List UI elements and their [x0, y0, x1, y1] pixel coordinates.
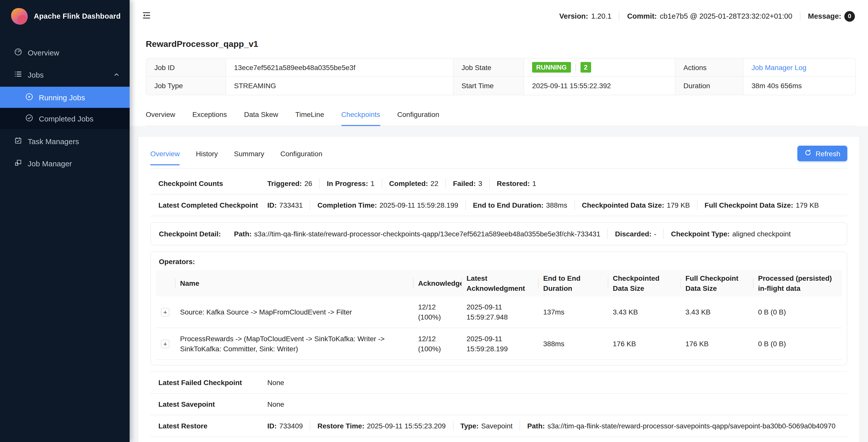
stat-key: Path:	[527, 421, 545, 431]
sidebar-item-job-manager[interactable]: Job Manager	[0, 153, 130, 173]
tab-checkpoints[interactable]: Checkpoints	[341, 110, 380, 126]
checkpoint-detail-label: Checkpoint Detail:	[159, 229, 221, 239]
row-values: None	[267, 399, 284, 409]
tab-data-skew[interactable]: Data Skew	[244, 110, 278, 126]
sidebar-item-jobs[interactable]: Jobs	[0, 65, 130, 85]
table-row-expand-cell: +	[156, 328, 175, 360]
checkpoint-detail-box: Checkpoint Detail: Path:s3a://tim-qa-fli…	[150, 222, 847, 245]
job-manager-log-link[interactable]: Job Manager Log	[751, 63, 806, 71]
sync-icon	[804, 149, 811, 158]
sidebar-item-label: Completed Jobs	[39, 114, 94, 123]
sidebar-item-label: Jobs	[28, 70, 43, 79]
stat-key: Restore Time:	[317, 421, 364, 431]
latest-failed-checkpoint-row: Latest Failed Checkpoint None	[150, 371, 847, 393]
check-circle-icon	[25, 114, 33, 123]
sidebar-item-label: Overview	[28, 48, 59, 57]
sidebar-header: Apache Flink Dashboard	[0, 0, 130, 32]
build-info: Version: 1.20.1 Commit: cb1e7b5 @ 2025-0…	[552, 11, 856, 22]
stat-value: 733409	[279, 421, 303, 431]
detail-values: Path:s3a://tim-qa-flink-state/reward-pro…	[234, 229, 798, 239]
job-state-badge: RUNNING	[532, 62, 571, 73]
tab-configuration[interactable]: Configuration	[397, 110, 439, 126]
stat-value: 26	[304, 178, 312, 189]
stat-key: Path:	[234, 229, 252, 239]
row-values: ID:733431 Completion Time:2025-09-11 15:…	[267, 200, 826, 210]
stat-e2e-duration: End to End Duration:388ms	[465, 200, 574, 210]
stat-key: Triggered:	[267, 178, 302, 189]
tab-exceptions[interactable]: Exceptions	[192, 110, 227, 126]
stat-restored: Restored:1	[489, 178, 543, 189]
stat-key: ID:	[267, 200, 277, 210]
stat-key: Completed:	[389, 178, 428, 189]
stat-value: 1	[532, 178, 536, 189]
jobs-submenu: Running Jobs Completed Jobs	[0, 87, 130, 129]
stat-value: s3a://tim-qa-flink-state/reward-processo…	[254, 229, 600, 239]
stat-value: 733431	[279, 200, 303, 210]
latest-savepoint-value: None	[267, 399, 284, 409]
list-icon	[14, 70, 22, 79]
subtab-configuration[interactable]: Configuration	[280, 149, 322, 158]
detail-path: Path:s3a://tim-qa-flink-state/reward-pro…	[234, 229, 608, 239]
stat-value: aligned checkpoint	[732, 229, 791, 239]
checkpoint-overview-body: Checkpoint Counts Triggered:26 In Progre…	[150, 173, 847, 437]
column-header-full-size: Full Checkpoint Data Size	[680, 270, 753, 296]
job-tabs: Overview Exceptions Data Skew TimeLine C…	[146, 110, 856, 126]
operator-latest-ack: 2025-09-11 15:59:28.199	[462, 328, 538, 360]
start-time-label: Start Time	[454, 77, 524, 95]
tab-timeline[interactable]: TimeLine	[295, 110, 324, 126]
checkpoint-counts-row: Checkpoint Counts Triggered:26 In Progre…	[150, 173, 847, 195]
checkpoints-card: Overview History Summary Configuration R…	[138, 136, 860, 442]
message-label: Message:	[808, 12, 841, 20]
stat-key: End to End Duration:	[473, 200, 544, 210]
stat-key: Checkpoint Type:	[671, 229, 730, 239]
expand-row-button[interactable]: +	[161, 339, 169, 348]
chevron-up-icon[interactable]	[114, 70, 120, 79]
restore-path: Path:s3a://tim-qa-flink-state/reward-pro…	[520, 421, 842, 431]
sidebar-item-completed-jobs[interactable]: Completed Jobs	[0, 108, 130, 129]
main-area: Version: 1.20.1 Commit: cb1e7b5 @ 2025-0…	[130, 0, 868, 442]
sidebar-item-label: Task Managers	[28, 137, 79, 145]
stat-value: Savepoint	[481, 421, 513, 431]
duration-value: 38m 40s 656ms	[743, 77, 856, 95]
checkpoint-tabs: Overview History Summary Configuration R…	[150, 146, 847, 169]
sidebar-item-task-managers[interactable]: Task Managers	[0, 131, 130, 151]
table-row-expand-cell: +	[156, 296, 175, 328]
job-state-count-badge: 2	[580, 62, 591, 73]
row-values: None	[267, 377, 284, 387]
column-header-name: Name	[175, 270, 413, 296]
sidebar-item-overview[interactable]: Overview	[0, 42, 130, 63]
calendar-check-icon	[14, 136, 22, 146]
refresh-button[interactable]: Refresh	[797, 146, 847, 161]
tab-overview[interactable]: Overview	[146, 110, 175, 126]
operator-e2e-duration: 388ms	[538, 328, 608, 360]
sidebar-collapse-button[interactable]	[142, 11, 151, 21]
row-label: Latest Restore	[158, 421, 267, 431]
row-label: Latest Failed Checkpoint	[158, 377, 267, 387]
refresh-label: Refresh	[815, 149, 840, 158]
row-label: Latest Completed Checkpoint	[158, 200, 267, 210]
job-id-label: Job ID	[146, 59, 226, 77]
stat-value: 179 KB	[796, 200, 819, 210]
job-state-cell: RUNNING 2	[524, 59, 675, 77]
latest-failed-value: None	[267, 377, 284, 387]
stat-value: 1	[371, 178, 375, 189]
subtab-overview[interactable]: Overview	[150, 149, 180, 158]
subtab-summary[interactable]: Summary	[234, 149, 264, 158]
subtab-history[interactable]: History	[196, 149, 218, 158]
stat-value: 22	[431, 178, 438, 189]
stat-failed: Failed:3	[445, 178, 489, 189]
sidebar-item-running-jobs[interactable]: Running Jobs	[0, 87, 130, 108]
message-count-badge[interactable]: 0	[844, 11, 855, 22]
commit-value: cb1e7b5 @ 2025-01-28T23:32:02+01:00	[660, 12, 792, 20]
job-id-value: 13ece7ef5621a589eeb48a0355be5e3f	[226, 59, 454, 77]
operator-inflight: 0 B (0 B)	[753, 296, 842, 328]
duration-label: Duration	[675, 77, 743, 95]
operator-acknowledged: 12/12 (100%)	[413, 328, 462, 360]
operators-box: Operators: Name Acknowledged Latest Ackn…	[150, 251, 847, 365]
column-header-checkpointed-size: Checkpointed Data Size	[608, 270, 680, 296]
start-time-value: 2025-09-11 15:55:22.392	[524, 77, 675, 95]
job-state-label: Job State	[454, 59, 524, 77]
stat-value: 2025-09-11 15:55:23.209	[367, 421, 445, 431]
stat-key: Checkpointed Data Size:	[582, 200, 664, 210]
expand-row-button[interactable]: +	[161, 308, 169, 316]
